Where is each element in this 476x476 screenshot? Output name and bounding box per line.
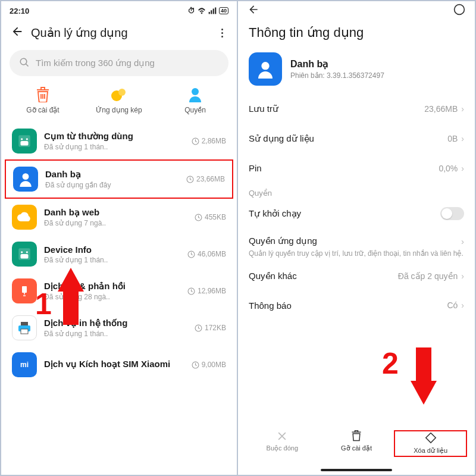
app-name: Cụm từ thường dùng [44, 131, 184, 142]
app-row[interactable]: Danh bạ webĐã sử dụng 7 ngà..455KB [5, 199, 233, 236]
app-version: Phiên bản: 3.39.1.356372497 [290, 71, 384, 80]
app-size: 12,96MB [187, 287, 226, 295]
app-icon [13, 167, 38, 192]
home-indicator [321, 469, 392, 471]
app-icon: mi [12, 352, 37, 377]
svg-rect-26 [425, 433, 435, 443]
app-size: 172KB [195, 324, 226, 332]
clock-icon [192, 361, 199, 369]
autostart-row[interactable]: Tự khởi chạy [238, 198, 475, 230]
status-bar: 22:10 ⏱ 40 [1, 1, 237, 17]
clock-icon [186, 176, 194, 183]
app-row[interactable]: miDịch vụ Kích hoạt SIM Xiaomi9,00MB [5, 346, 233, 383]
data-usage-row[interactable]: Sử dụng dữ liệu 0B› [238, 124, 475, 154]
svg-rect-14 [21, 254, 29, 259]
dual-icon [111, 87, 127, 102]
dual-apps-action[interactable]: Ứng dụng kép [82, 87, 157, 114]
uninstall-button[interactable]: Gỡ cài đặt [320, 430, 393, 457]
app-size: 2,86MB [192, 137, 226, 145]
svg-point-8 [23, 173, 29, 180]
page-title: Quản lý ứng dụng [31, 26, 209, 40]
contacts-app-icon [249, 52, 282, 86]
app-sub: Đã sử dụng gần đây [45, 181, 179, 189]
chevron-right-icon: › [461, 164, 464, 173]
clock-icon [192, 137, 199, 145]
app-name: Danh bạ web [44, 207, 187, 218]
alarm-icon: ⏱ [188, 7, 195, 15]
clock-icon [195, 324, 202, 332]
app-name: Device Info [44, 245, 180, 255]
svg-point-12 [21, 251, 23, 253]
app-row[interactable]: Cụm từ thường dùngĐã sử dụng 1 thán..2,8… [5, 123, 233, 159]
arrow-down-icon [411, 381, 437, 405]
svg-rect-6 [21, 141, 29, 146]
battery-icon: 40 [219, 7, 228, 14]
svg-rect-16 [22, 286, 27, 293]
app-sub: Đã sử dụng 1 thán.. [44, 330, 187, 338]
app-icon [12, 315, 37, 340]
app-size: 9,00MB [192, 361, 226, 369]
permissions-action[interactable]: Quyền [158, 87, 233, 114]
svg-rect-20 [21, 329, 28, 334]
app-row[interactable]: Danh bạĐã sử dụng gần đây23,66MB [5, 159, 233, 199]
header-right [238, 1, 475, 17]
info-icon[interactable] [453, 4, 465, 18]
page-title: Thông tin ứng dụng [238, 17, 475, 51]
app-icon [12, 278, 37, 303]
app-info-screen: Thông tin ứng dụng Danh bạ Phiên bản: 3.… [238, 1, 475, 475]
app-list: Cụm từ thường dùngĐã sử dụng 1 thán..2,8… [1, 123, 237, 383]
svg-point-5 [26, 138, 28, 140]
chevron-right-icon: › [461, 271, 464, 281]
svg-rect-19 [21, 322, 28, 325]
app-name: Dịch vụ in hệ thống [44, 318, 187, 328]
person-icon [187, 87, 203, 102]
permissions-section-label: Quyền [238, 183, 475, 198]
clock-icon [195, 214, 202, 221]
battery-row[interactable]: Pin 0,0%› [238, 154, 475, 183]
quick-actions: Gỡ cài đặt Ứng dụng kép Quyền [1, 84, 237, 123]
app-permissions-row[interactable]: Quyền ứng dụng › Quản lý quyền truy cập … [238, 230, 475, 266]
back-button[interactable] [11, 25, 24, 40]
app-icon [12, 129, 37, 154]
svg-point-4 [21, 138, 23, 140]
eraser-icon [425, 433, 437, 444]
svg-point-24 [455, 5, 465, 15]
back-button[interactable] [248, 4, 259, 18]
app-sub: Đã sử dụng 1 thán.. [44, 256, 180, 264]
trash-icon [35, 87, 51, 102]
trash-icon [350, 430, 362, 442]
app-name: Danh bạ [290, 58, 384, 70]
close-icon [276, 430, 288, 442]
app-sub: Đã sử dụng 7 ngà.. [44, 219, 187, 227]
app-size: 23,66MB [186, 175, 225, 183]
app-management-screen: 22:10 ⏱ 40 Quản lý ứng dụng Tìm kiếm tro… [1, 1, 238, 475]
storage-row[interactable]: Lưu trữ 23,66MB› [238, 94, 475, 124]
app-row[interactable]: Dịch vụ & phản hồiĐã sử dụng 28 ngà..12,… [5, 273, 233, 309]
clear-data-button[interactable]: Xóa dữ liệu [394, 430, 467, 457]
other-permissions-row[interactable]: Quyền khác Đã cấp 2 quyền› [238, 266, 475, 291]
chevron-right-icon: › [461, 300, 464, 310]
signal-icon [208, 7, 217, 14]
uninstall-action[interactable]: Gỡ cài đặt [5, 87, 81, 114]
app-row[interactable]: Device InfoĐã sử dụng 1 thán..46,06MB [5, 236, 233, 273]
clock-icon [187, 287, 195, 295]
clock-icon [187, 250, 195, 258]
app-row[interactable]: Dịch vụ in hệ thốngĐã sử dụng 1 thán..17… [5, 309, 233, 346]
svg-point-25 [261, 62, 269, 70]
notifications-row[interactable]: Thông báo Có› [238, 291, 475, 320]
app-size: 455KB [195, 213, 226, 221]
bottom-action-bar: Buộc đóng Gỡ cài đặt Xóa dữ liệu [238, 425, 475, 461]
search-placeholder: Tìm kiếm trong 360 ứng dụng [36, 58, 155, 68]
svg-point-13 [26, 251, 28, 253]
svg-point-1 [118, 89, 126, 96]
autostart-toggle[interactable] [440, 207, 464, 220]
search-input[interactable]: Tìm kiếm trong 360 ứng dụng [10, 50, 228, 76]
status-time: 22:10 [10, 7, 29, 15]
header: Quản lý ứng dụng [1, 17, 237, 46]
chevron-right-icon: › [461, 104, 464, 114]
force-stop-button[interactable]: Buộc đóng [246, 430, 319, 457]
more-menu-button[interactable] [217, 27, 227, 38]
wifi-icon [198, 7, 206, 14]
svg-point-2 [192, 88, 199, 95]
app-name: Dịch vụ Kích hoạt SIM Xiaomi [44, 359, 184, 369]
